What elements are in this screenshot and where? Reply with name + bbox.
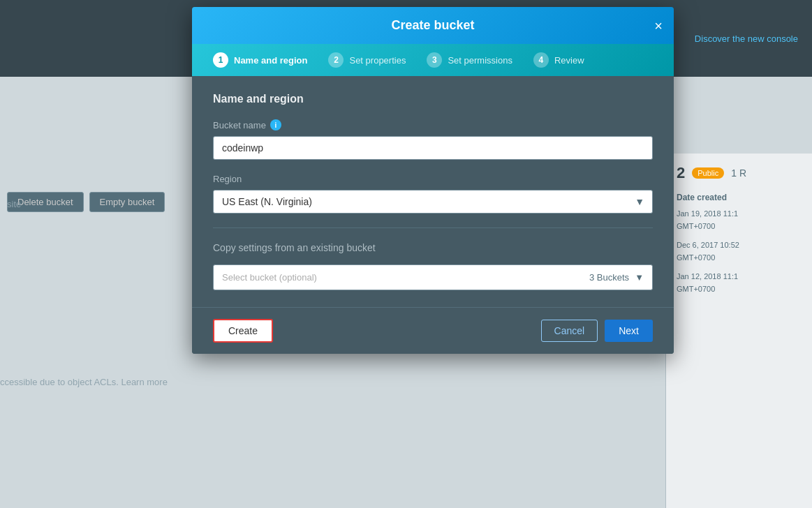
step-4: 4 Review — [533, 52, 584, 68]
step-3-label: Set permissions — [448, 55, 512, 66]
date2: Dec 6, 2017 10:52 GMT+0700 — [677, 239, 802, 264]
buckets-count: 2 — [677, 164, 685, 182]
date3: Jan 12, 2018 11:1 GMT+0700 — [677, 271, 802, 295]
step-1: 1 Name and region — [213, 52, 307, 68]
discover-new-console-link[interactable]: Discover the new console — [695, 33, 798, 44]
step-2: 2 Set properties — [328, 52, 406, 68]
right-panel: 2 Public 1 R Date created Jan 19, 2018 1… — [665, 154, 812, 508]
copy-settings-label: Copy settings from an existing bucket — [213, 242, 653, 253]
public-badge: Public — [692, 167, 724, 179]
footer-right-buttons: Cancel Next — [541, 320, 653, 342]
modal-body: Name and region Bucket name i Region US … — [192, 76, 674, 307]
acl-warning: ccessible due to object ACLs. Learn more — [0, 377, 168, 387]
region-select-wrapper: US East (N. Virginia) US East (Ohio) US … — [213, 190, 653, 214]
modal-title: Create bucket — [391, 18, 474, 33]
modal-header: Create bucket × — [192, 7, 674, 44]
step-3-num: 3 — [427, 52, 442, 68]
next-button[interactable]: Next — [605, 320, 653, 342]
step-4-label: Review — [554, 55, 584, 66]
modal-close-button[interactable]: × — [654, 19, 663, 33]
steps-bar: 1 Name and region 2 Set properties 3 Set… — [192, 44, 674, 76]
buckets-count-label: 3 Buckets — [589, 272, 629, 283]
cancel-button[interactable]: Cancel — [541, 320, 598, 342]
step-4-num: 4 — [533, 52, 549, 68]
copy-bucket-select[interactable]: Select bucket (optional) 3 Buckets ▼ — [213, 264, 653, 290]
bucket-name-label: Bucket name i — [213, 119, 653, 130]
copy-bucket-select-wrapper: Select bucket (optional) 3 Buckets ▼ — [213, 264, 653, 290]
modal-footer: Create Cancel Next — [192, 307, 674, 354]
r-label: 1 R — [731, 167, 746, 179]
copy-bucket-arrow-icon: ▼ — [635, 272, 644, 283]
select-bucket-right: 3 Buckets ▼ — [589, 272, 644, 283]
section-title: Name and region — [213, 93, 653, 105]
date-header: Date created — [677, 193, 802, 202]
date1: Jan 19, 2018 11:1 GMT+0700 — [677, 208, 802, 232]
bucket-name-group: Bucket name i — [213, 119, 653, 160]
step-3: 3 Set permissions — [427, 52, 512, 68]
divider — [213, 227, 653, 228]
step-2-label: Set properties — [349, 55, 406, 66]
step-1-num: 1 — [213, 52, 228, 68]
region-group: Region US East (N. Virginia) US East (Oh… — [213, 174, 653, 214]
create-button[interactable]: Create — [213, 319, 273, 343]
top-bar-right: Discover the new console — [695, 33, 798, 44]
create-bucket-modal: Create bucket × 1 Name and region 2 Set … — [192, 7, 674, 354]
empty-bucket-button[interactable]: Empty bucket — [89, 192, 165, 212]
step-1-label: Name and region — [234, 55, 307, 66]
step-2-num: 2 — [328, 52, 344, 68]
region-select[interactable]: US East (N. Virginia) US East (Ohio) US … — [213, 190, 653, 214]
bg-toolbar: Delete bucket Empty bucket — [0, 185, 192, 219]
stat-row: 2 Public 1 R — [677, 164, 802, 182]
site-label: site — [7, 199, 21, 209]
select-bucket-placeholder: Select bucket (optional) — [222, 272, 317, 283]
bucket-name-input[interactable] — [213, 136, 653, 160]
region-label: Region — [213, 174, 653, 184]
bucket-name-info-icon: i — [270, 119, 281, 130]
